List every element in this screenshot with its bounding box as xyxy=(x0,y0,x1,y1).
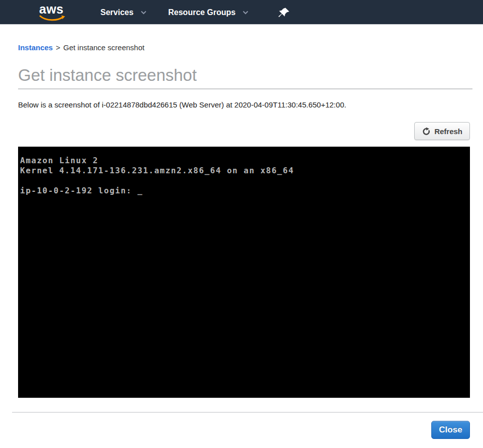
refresh-button-label: Refresh xyxy=(434,127,462,136)
instance-screenshot-console: Amazon Linux 2 Kernel 4.14.171-136.231.a… xyxy=(18,147,470,398)
screenshot-description: Below is a screenshot of i-02214878dbd42… xyxy=(18,100,346,109)
console-line: Kernel 4.14.171-136.231.amzn2.x86_64 on … xyxy=(20,166,468,176)
page-title: Get instance screenshot xyxy=(18,66,197,85)
pushpin-icon[interactable] xyxy=(278,7,290,19)
aws-logo[interactable]: aws xyxy=(39,3,64,23)
console-line: Amazon Linux 2 xyxy=(20,156,468,166)
close-button[interactable]: Close xyxy=(431,421,470,439)
nav-services-label: Services xyxy=(100,8,134,17)
console-line: ip-10-0-2-192 login: _ xyxy=(20,186,468,196)
refresh-button[interactable]: Refresh xyxy=(414,122,470,140)
breadcrumb-separator: > xyxy=(56,43,60,52)
nav-resource-groups-label: Resource Groups xyxy=(168,8,235,17)
aws-smile-swoosh-icon xyxy=(39,15,65,23)
nav-services-menu[interactable]: Services xyxy=(100,0,147,25)
breadcrumb-current: Get instance screenshot xyxy=(63,43,145,52)
footer-divider xyxy=(12,412,483,413)
breadcrumb: Instances>Get instance screenshot xyxy=(18,43,145,52)
breadcrumb-instances-link[interactable]: Instances xyxy=(18,43,53,52)
aws-logo-text: aws xyxy=(39,3,64,16)
chevron-down-icon xyxy=(141,11,147,15)
console-line xyxy=(20,176,468,186)
top-nav-bar: aws Services Resource Groups xyxy=(0,0,483,25)
nav-resource-groups-menu[interactable]: Resource Groups xyxy=(168,0,249,25)
refresh-icon xyxy=(422,127,430,136)
chevron-down-icon xyxy=(243,11,249,15)
heading-divider xyxy=(18,88,472,89)
